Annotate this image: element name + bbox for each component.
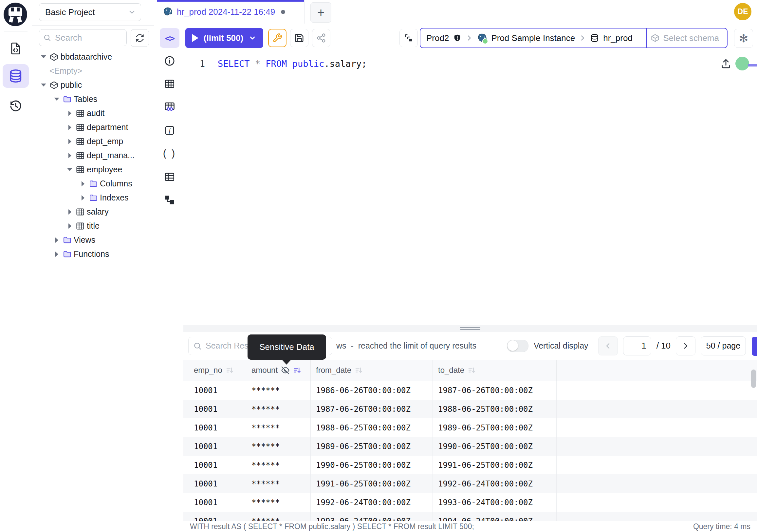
eye-off-icon[interactable] [281, 366, 290, 375]
functions-panel-button[interactable]: f [160, 121, 180, 140]
tree-item-label: public [61, 80, 82, 90]
results-table: emp_noamountfrom_dateto_date 10001******… [183, 360, 757, 521]
caret-right-icon[interactable] [53, 252, 61, 257]
column-header-from_date[interactable]: from_date [311, 360, 433, 381]
table-row[interactable]: 10001******1990-06-25T00:00:00Z1991-06-2… [183, 456, 757, 474]
worksheet-nav-button[interactable] [3, 37, 29, 60]
table-scrollbar-thumb[interactable] [751, 369, 756, 388]
tree-item-columns[interactable]: Columns [32, 176, 153, 191]
logo-leg [9, 16, 14, 23]
batch-query-icon [404, 33, 413, 43]
table-row[interactable]: 10001******1991-06-25T00:00:00Z1992-06-2… [183, 474, 757, 493]
tree-item-title[interactable]: title [32, 219, 153, 233]
new-tab-button[interactable]: + [310, 2, 331, 23]
caret-right-icon[interactable] [66, 209, 74, 215]
prev-page-button[interactable] [598, 336, 618, 356]
history-nav-button[interactable] [3, 94, 29, 118]
sort-icon[interactable] [293, 366, 301, 374]
search-input[interactable] [54, 32, 122, 43]
export-button[interactable] [752, 337, 757, 356]
tree-item-tables[interactable]: Tables [32, 92, 153, 106]
table-row[interactable]: 10001******1988-06-25T00:00:00Z1989-06-2… [183, 418, 757, 437]
refresh-button[interactable] [131, 29, 149, 47]
upload-icon[interactable] [720, 58, 732, 69]
table-cell: 10001 [183, 493, 246, 512]
code-panel-toggle[interactable]: <> [160, 28, 179, 48]
sensitive-data-panel-button[interactable] [160, 98, 180, 116]
tree-item-dept-emp[interactable]: dept_emp [32, 134, 153, 148]
caret-right-icon[interactable] [79, 181, 87, 186]
caret-right-icon[interactable] [66, 111, 74, 116]
table-row[interactable]: 10001******1989-06-25T00:00:00Z1990-06-2… [183, 437, 757, 456]
run-query-button[interactable]: (limit 500) [185, 28, 263, 48]
tree-item-label: audit [87, 109, 105, 118]
wrench-icon [272, 33, 282, 43]
tree-item-audit[interactable]: audit [32, 106, 153, 120]
tree-item-indexes[interactable]: Indexes [32, 191, 153, 205]
bytebase-logo[interactable] [4, 3, 27, 26]
caret-down-icon[interactable] [66, 168, 74, 171]
tree-item-views[interactable]: Views [32, 233, 153, 247]
panel-resize-handle[interactable] [183, 325, 757, 332]
caret-right-icon[interactable] [53, 237, 61, 243]
caret-down-icon[interactable] [40, 55, 47, 58]
parameters-panel-button[interactable]: ( ) [160, 144, 180, 163]
batch-query-button[interactable] [400, 29, 418, 47]
table-row[interactable]: 10001******1993-06-24T00:00:00Z1994-06-2… [183, 512, 757, 521]
tree-item-empty[interactable]: <Empty> [32, 64, 153, 78]
schema-select[interactable]: Select schema [651, 33, 721, 43]
sql-editor[interactable]: 1 SELECT * FROM public.salary; [183, 51, 757, 325]
column-header-emp_no[interactable]: emp_no [183, 360, 246, 381]
sort-icon[interactable] [355, 366, 363, 374]
sort-icon[interactable] [468, 366, 476, 374]
column-header-to_date[interactable]: to_date [433, 360, 557, 381]
tree-item-functions[interactable]: Functions [32, 247, 153, 261]
tree-item-label: Columns [100, 179, 132, 188]
table-row[interactable]: 10001******1986-06-26T00:00:00Z1987-06-2… [183, 381, 757, 400]
column-header-amount[interactable]: amount [246, 360, 311, 381]
tree-item-department[interactable]: department [32, 120, 153, 134]
caret-right-icon[interactable] [66, 125, 74, 130]
tree-item-bbdataarchive[interactable]: bbdataarchive [32, 50, 153, 64]
save-button[interactable] [290, 29, 308, 47]
parentheses-icon: ( ) [163, 148, 176, 159]
sidebar-search[interactable] [39, 29, 127, 46]
caret-right-icon[interactable] [66, 223, 74, 229]
table-row[interactable]: 10001******1992-06-24T00:00:00Z1993-06-2… [183, 493, 757, 512]
tree-item-employee[interactable]: employee [32, 163, 153, 176]
tables-panel-button[interactable] [160, 75, 180, 93]
connection-breadcrumb[interactable]: Prod2 Prod Sample Instance [420, 28, 728, 48]
views-panel-button[interactable] [160, 168, 180, 186]
schema-diagram-button[interactable] [160, 191, 180, 209]
table-cell: 1987-06-26T00:00:00Z [433, 381, 557, 400]
tree-item-public[interactable]: public [32, 78, 153, 92]
tree-item-label: dept_mana... [87, 151, 135, 160]
avatar[interactable]: DE [734, 3, 751, 20]
chevron-down-icon[interactable] [249, 34, 257, 42]
save-icon [294, 33, 304, 43]
ai-assistant-button[interactable]: ✻ [734, 29, 753, 48]
database-nav-button[interactable] [3, 64, 29, 88]
caret-down-icon[interactable] [40, 83, 47, 86]
project-select[interactable]: Basic Project [39, 3, 141, 21]
info-button[interactable] [160, 52, 180, 70]
tree-item-salary[interactable]: salary [32, 205, 153, 219]
format-sql-button[interactable] [268, 29, 287, 47]
page-size-select[interactable]: 50 / page [701, 336, 746, 356]
tree-item-label: <Empty> [49, 66, 82, 76]
tab-hr-prod[interactable]: hr_prod 2024-11-22 16:49 [157, 0, 305, 24]
page-number-input[interactable] [623, 336, 651, 356]
caret-right-icon[interactable] [66, 153, 74, 158]
caret-down-icon[interactable] [53, 98, 61, 101]
vertical-display-toggle[interactable] [507, 340, 529, 352]
executed-query-text: WITH result AS ( SELECT * FROM public.sa… [190, 522, 474, 531]
tree-item-dept-mana[interactable]: dept_mana... [32, 148, 153, 163]
sql-code-line[interactable]: SELECT * FROM public.salary; [218, 59, 367, 69]
caret-right-icon[interactable] [79, 195, 87, 201]
sort-icon[interactable] [226, 366, 234, 374]
table-row[interactable]: 10001******1987-06-26T00:00:00Z1988-06-2… [183, 400, 757, 418]
share-button[interactable] [312, 29, 330, 47]
next-page-button[interactable] [676, 336, 695, 356]
editor-status-dot [735, 57, 749, 71]
caret-right-icon[interactable] [66, 139, 74, 144]
